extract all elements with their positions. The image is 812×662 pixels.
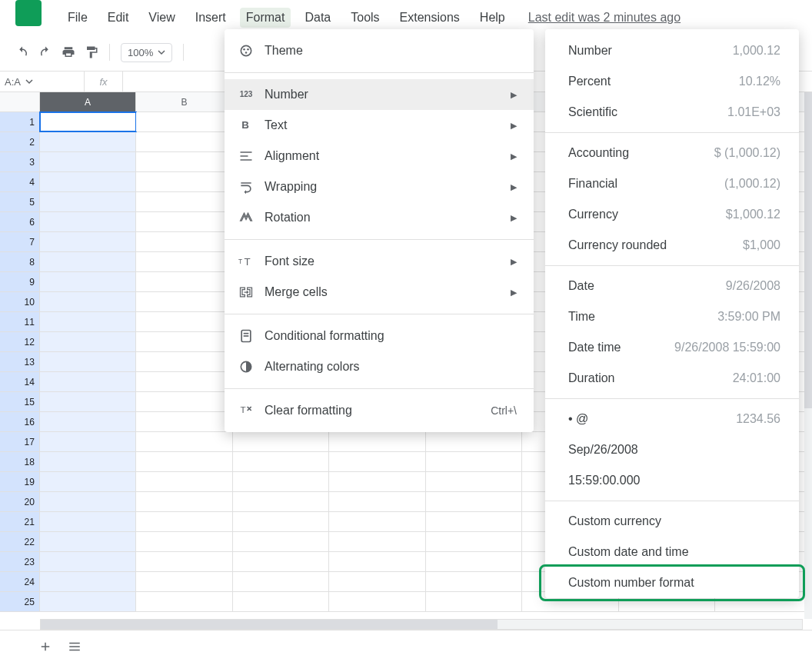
submenu-item-financial[interactable]: Financial(1,000.12)	[545, 168, 799, 199]
submenu-item-accounting[interactable]: Accounting$ (1,000.12)	[545, 138, 799, 168]
cell[interactable]	[136, 352, 233, 371]
cell[interactable]	[40, 172, 137, 191]
cell[interactable]	[233, 472, 330, 491]
cell[interactable]	[329, 532, 426, 551]
print-icon[interactable]	[62, 45, 75, 59]
row-header-16[interactable]: 16	[0, 412, 40, 431]
cell[interactable]	[40, 232, 137, 251]
submenu-item-currency-rounded[interactable]: Currency rounded$1,000	[545, 230, 799, 261]
cell[interactable]	[233, 512, 330, 531]
cell[interactable]	[136, 112, 233, 131]
row-header-25[interactable]: 25	[0, 592, 40, 611]
cell[interactable]	[136, 532, 233, 551]
submenu-item-number[interactable]: Number1,000.12	[545, 35, 799, 66]
cell[interactable]	[136, 192, 233, 211]
cell[interactable]	[426, 452, 523, 471]
menu-item-clear-formatting[interactable]: TClear formattingCtrl+\	[225, 395, 534, 426]
sheets-logo[interactable]	[15, 0, 42, 26]
cell[interactable]	[136, 292, 233, 311]
column-header-A[interactable]: A	[40, 92, 137, 111]
row-header-2[interactable]: 2	[0, 132, 40, 151]
cell[interactable]	[40, 152, 137, 171]
cell[interactable]	[136, 272, 233, 291]
menu-item-conditional-formatting[interactable]: Conditional formatting	[225, 321, 534, 351]
menu-item-merge-cells[interactable]: Merge cells▶	[225, 277, 534, 308]
cell[interactable]	[426, 472, 523, 491]
submenu-item-sep-26-2008[interactable]: Sep/26/2008	[545, 434, 799, 465]
cell[interactable]	[233, 532, 330, 551]
all-sheets-icon[interactable]	[68, 640, 82, 654]
row-header-4[interactable]: 4	[0, 172, 40, 191]
name-box[interactable]: A:A	[0, 72, 85, 91]
cell[interactable]	[40, 292, 137, 311]
cell[interactable]	[40, 212, 137, 231]
submenu-item-scientific[interactable]: Scientific1.01E+03	[545, 97, 799, 128]
submenu-item--[interactable]: • @1234.56	[545, 404, 799, 434]
cell[interactable]	[136, 452, 233, 471]
row-header-22[interactable]: 22	[0, 532, 40, 551]
row-header-17[interactable]: 17	[0, 432, 40, 451]
cell[interactable]	[40, 272, 137, 291]
submenu-item-percent[interactable]: Percent10.12%	[545, 66, 799, 97]
row-header-24[interactable]: 24	[0, 572, 40, 591]
cell[interactable]	[136, 392, 233, 411]
cell[interactable]	[233, 552, 330, 571]
menu-item-theme[interactable]: Theme	[225, 35, 534, 66]
cell[interactable]	[233, 432, 330, 451]
cell[interactable]	[40, 252, 137, 271]
menu-file[interactable]: File	[62, 8, 94, 28]
row-header-15[interactable]: 15	[0, 392, 40, 411]
add-sheet-icon[interactable]	[38, 640, 52, 654]
cell[interactable]	[40, 572, 137, 591]
cell[interactable]	[426, 572, 523, 591]
row-header-23[interactable]: 23	[0, 552, 40, 571]
menu-item-number[interactable]: 123Number▶	[225, 79, 534, 110]
cell[interactable]	[136, 512, 233, 531]
cell[interactable]	[136, 472, 233, 491]
cell[interactable]	[329, 512, 426, 531]
cell[interactable]	[329, 572, 426, 591]
cell[interactable]	[136, 132, 233, 151]
cell[interactable]	[136, 492, 233, 511]
cell[interactable]	[136, 212, 233, 231]
row-header-12[interactable]: 12	[0, 332, 40, 351]
submenu-item-time[interactable]: Time3:59:00 PM	[545, 301, 799, 332]
row-header-6[interactable]: 6	[0, 212, 40, 231]
menu-edit[interactable]: Edit	[102, 8, 135, 28]
cell[interactable]	[40, 312, 137, 331]
cell[interactable]	[136, 572, 233, 591]
redo-icon[interactable]	[38, 45, 52, 59]
cell[interactable]	[40, 112, 137, 131]
cell[interactable]	[329, 592, 426, 611]
cell[interactable]	[329, 452, 426, 471]
submenu-item-custom-number-format[interactable]: Custom number format	[545, 567, 799, 598]
cell[interactable]	[40, 192, 137, 211]
row-header-11[interactable]: 11	[0, 312, 40, 331]
submenu-item-currency[interactable]: Currency$1,000.12	[545, 199, 799, 230]
submenu-item-15-59-00-000[interactable]: 15:59:00.000	[545, 465, 799, 496]
vertical-scrollbar[interactable]	[804, 92, 812, 619]
menu-item-wrapping[interactable]: Wrapping▶	[225, 171, 534, 202]
cell[interactable]	[329, 552, 426, 571]
cell[interactable]	[136, 412, 233, 431]
cell[interactable]	[329, 472, 426, 491]
cell[interactable]	[426, 432, 523, 451]
row-header-1[interactable]: 1	[0, 112, 40, 131]
cell[interactable]	[136, 172, 233, 191]
cell[interactable]	[233, 592, 330, 611]
menu-format[interactable]: Format	[240, 8, 291, 28]
menu-extensions[interactable]: Extensions	[394, 8, 466, 28]
cell[interactable]	[40, 552, 137, 571]
menu-item-font-size[interactable]: TTFont size▶	[225, 246, 534, 277]
row-header-10[interactable]: 10	[0, 292, 40, 311]
submenu-item-custom-currency[interactable]: Custom currency	[545, 506, 799, 537]
column-header-B[interactable]: B	[136, 92, 233, 111]
submenu-item-date-time[interactable]: Date time9/26/2008 15:59:00	[545, 332, 799, 363]
cell[interactable]	[40, 412, 137, 431]
cell[interactable]	[40, 352, 137, 371]
cell[interactable]	[136, 232, 233, 251]
cell[interactable]	[233, 452, 330, 471]
cell[interactable]	[40, 392, 137, 411]
menu-item-alignment[interactable]: Alignment▶	[225, 141, 534, 171]
row-header-13[interactable]: 13	[0, 352, 40, 371]
